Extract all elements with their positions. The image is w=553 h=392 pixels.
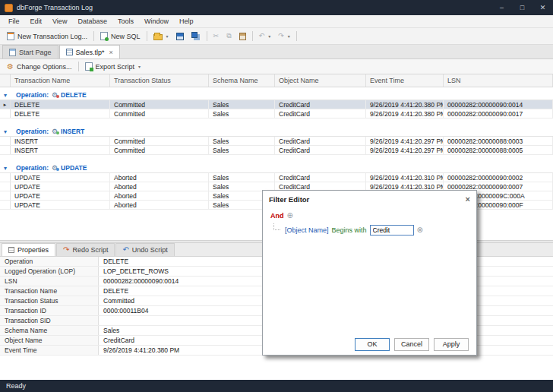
column-header-event-time[interactable]: Event Time <box>366 74 444 87</box>
new-sql-button[interactable]: New SQL <box>96 30 144 42</box>
chevron-down-icon[interactable]: ▾ <box>138 64 141 69</box>
group-label: Operation: <box>16 128 49 135</box>
cell: Aborted <box>110 173 209 182</box>
undo-icon: ↶ <box>259 33 265 40</box>
menu-window[interactable]: Window <box>139 17 174 26</box>
document-toolbar: ⚙ Change Options... Export Script ▾ <box>0 59 553 74</box>
chevron-down-icon[interactable]: ▾ <box>268 33 270 39</box>
change-options-button[interactable]: ⚙ Change Options... <box>3 62 76 72</box>
menu-database[interactable]: Database <box>72 17 112 26</box>
tab-redo-script[interactable]: ↷ Redo Script <box>56 243 115 256</box>
filter-field[interactable]: [Object Name] <box>285 226 329 234</box>
column-header-lsn[interactable]: LSN <box>444 74 553 87</box>
column-header-transaction-name[interactable]: Transaction Name <box>11 74 110 87</box>
minimize-button[interactable]: – <box>491 0 512 15</box>
property-value <box>99 316 267 325</box>
collapse-icon[interactable]: ▾ <box>4 128 7 135</box>
open-button[interactable]: ▾ <box>150 30 172 42</box>
column-header-object-name[interactable]: Object Name <box>275 74 366 87</box>
close-button[interactable]: ✕ <box>532 0 553 15</box>
toolbar-separator <box>252 31 253 41</box>
column-header-transaction-status[interactable]: Transaction Status <box>110 74 209 87</box>
menu-edit[interactable]: Edit <box>25 17 48 26</box>
cell: Committed <box>110 100 209 109</box>
tab-properties[interactable]: Properties <box>2 243 55 256</box>
cell: CreditCard <box>275 146 366 154</box>
group-header[interactable]: ▾Operation:⚙DELETE <box>0 90 553 100</box>
row-indicator-header <box>0 74 11 87</box>
tab-start-page[interactable]: Start Page <box>2 45 58 58</box>
property-value: CreditCard <box>99 336 267 345</box>
export-script-label: Export Script <box>96 63 135 71</box>
close-tab-icon[interactable]: × <box>109 49 113 56</box>
group-header[interactable]: ▾Operation:⚙INSERT <box>0 127 553 137</box>
chevron-down-icon[interactable]: ▾ <box>288 33 290 39</box>
filter-operator[interactable]: Begins with <box>332 226 367 234</box>
remove-condition-icon[interactable]: ⊗ <box>417 226 423 234</box>
properties-icon <box>8 247 14 253</box>
undo-button[interactable]: ↶ ▾ <box>255 31 275 41</box>
new-sql-icon <box>100 32 108 40</box>
apply-button[interactable]: Apply <box>434 338 469 351</box>
cell: 9/26/2019 4:41:20.310 PM <box>366 173 444 182</box>
tab-undo-script[interactable]: ↶ Undo Script <box>115 243 174 256</box>
cancel-button[interactable]: Cancel <box>394 338 429 351</box>
property-value: Committed <box>99 296 267 305</box>
dialog-close-icon[interactable]: × <box>466 194 470 204</box>
collapse-icon[interactable]: ▾ <box>4 165 7 172</box>
property-value: DELETE <box>99 257 267 266</box>
cell: Aborted <box>110 182 209 191</box>
filter-value-input[interactable] <box>370 225 414 236</box>
property-name: Transaction Name <box>0 286 99 296</box>
copy-icon: ⧉ <box>226 33 231 40</box>
save-all-button[interactable] <box>188 32 204 41</box>
window-title: dbForge Transaction Log <box>17 4 93 11</box>
paste-button[interactable] <box>235 31 250 42</box>
row-indicator <box>0 137 11 145</box>
cell: Sales <box>209 146 275 154</box>
property-name: Object Name <box>0 336 99 345</box>
column-header-schema-name[interactable]: Schema Name <box>209 74 275 87</box>
table-row[interactable]: ►DELETECommittedSalesCreditCard9/26/2019… <box>0 100 553 109</box>
maximize-button[interactable]: □ <box>512 0 532 15</box>
add-condition-icon[interactable]: ⊕ <box>287 212 293 220</box>
save-button[interactable] <box>172 31 188 42</box>
table-row[interactable]: INSERTCommittedSalesCreditCard9/26/2019 … <box>0 146 553 155</box>
menu-help[interactable]: Help <box>174 17 199 26</box>
tab-label: Redo Script <box>72 246 108 254</box>
group: ▾Operation:⚙INSERTINSERTCommittedSalesCr… <box>0 127 553 155</box>
dialog-title-bar[interactable]: Filter Editor × <box>263 191 476 207</box>
cell: UPDATE <box>11 173 110 182</box>
filter-condition-row: [Object Name] Begins with ⊗ <box>270 225 469 236</box>
cell: Committed <box>110 146 209 154</box>
tab-sales-tlp[interactable]: Sales.tlp* × <box>59 45 120 58</box>
toolbar-separator <box>147 31 147 41</box>
cut-button[interactable]: ✂ <box>210 31 223 41</box>
table-row[interactable]: INSERTCommittedSalesCreditCard9/26/2019 … <box>0 137 553 146</box>
menu-view[interactable]: View <box>47 17 72 26</box>
table-row[interactable]: UPDATEAbortedSalesCreditCard9/26/2019 4:… <box>0 173 553 182</box>
property-value: 00000282:00000090:0014 <box>99 277 267 286</box>
cell: CreditCard <box>275 137 366 145</box>
new-transaction-log-button[interactable]: New Transaction Log... <box>3 30 91 42</box>
menu-tools[interactable]: Tools <box>112 17 139 26</box>
chevron-down-icon[interactable]: ▾ <box>166 33 169 39</box>
toolbar-separator <box>78 62 79 71</box>
start-page-icon <box>9 49 16 56</box>
toolbar-separator <box>296 31 297 41</box>
cell: 9/26/2019 4:41:20.380 PM <box>366 100 444 109</box>
menu-file[interactable]: File <box>3 17 25 26</box>
redo-button[interactable]: ↷ ▾ <box>274 31 294 41</box>
cut-icon: ✂ <box>213 33 220 40</box>
group-label: Operation: <box>16 164 49 172</box>
cell: UPDATE <box>11 201 110 209</box>
export-script-button[interactable]: Export Script ▾ <box>81 61 145 72</box>
cell: Aborted <box>110 201 209 209</box>
group-header[interactable]: ▾Operation:⚙UPDATE <box>0 163 553 173</box>
collapse-icon[interactable]: ▾ <box>4 92 7 99</box>
table-row[interactable]: DELETECommittedSalesCreditCard9/26/2019 … <box>0 109 553 119</box>
window-controls: – □ ✕ <box>491 0 553 15</box>
ok-button[interactable]: OK <box>355 338 390 351</box>
filter-root-operator[interactable]: And <box>270 212 284 220</box>
copy-button[interactable]: ⧉ <box>223 31 235 41</box>
